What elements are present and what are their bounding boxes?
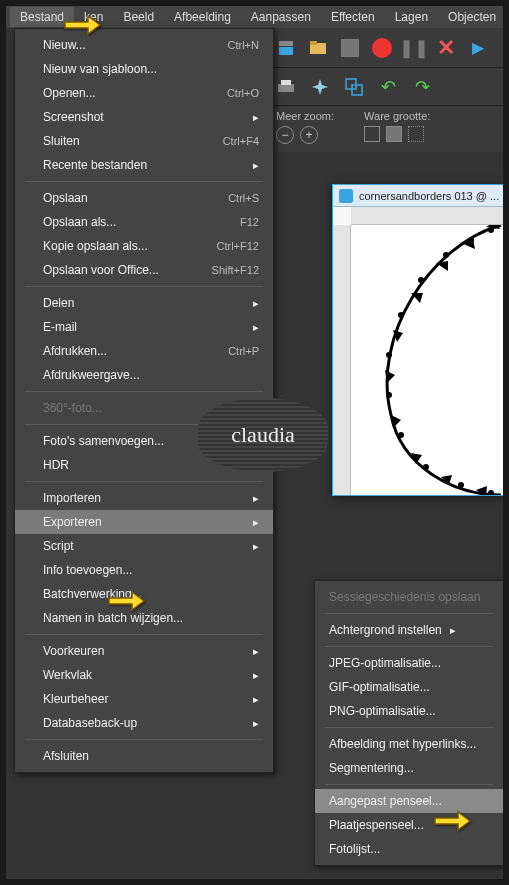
close-icon[interactable]: ✕	[434, 36, 458, 60]
toolbar-second: ↶ ↷	[268, 68, 503, 106]
separator	[25, 286, 263, 287]
svg-point-17	[423, 464, 429, 470]
svg-rect-5	[281, 80, 291, 85]
canvas-titlebar[interactable]: cornersandborders 013 @ ...	[333, 185, 509, 207]
rotate-left-icon[interactable]: ↶	[376, 75, 400, 99]
mi-script[interactable]: Script	[15, 534, 273, 558]
svg-point-14	[386, 352, 392, 358]
folder-icon[interactable]	[306, 36, 330, 60]
mi-info[interactable]: Info toevoegen...	[15, 558, 273, 582]
separator	[25, 634, 263, 635]
artboard[interactable]	[351, 225, 509, 495]
svg-point-12	[418, 277, 424, 283]
svg-point-15	[386, 392, 392, 398]
menu-aanpassen[interactable]: Aanpassen	[241, 7, 321, 27]
mi-color-mgmt[interactable]: Kleurbeheer	[15, 687, 273, 711]
toolbar-top: ❚❚ ✕ ▶	[268, 28, 503, 68]
menu-afbeelding[interactable]: Afbeelding	[164, 7, 241, 27]
smi-jpeg[interactable]: JPEG-optimalisatie...	[315, 651, 503, 675]
mi-export[interactable]: Exporteren	[15, 510, 273, 534]
smi-png[interactable]: PNG-optimalisatie...	[315, 699, 503, 723]
size-thumb-1-icon[interactable]	[364, 126, 380, 142]
more-zoom-label: Meer zoom:	[276, 110, 334, 122]
mi-copy-save[interactable]: Kopie opslaan als...Ctrl+F12	[15, 234, 273, 258]
separator	[325, 784, 493, 785]
smi-hyperlink[interactable]: Afbeelding met hyperlinks...	[315, 732, 503, 756]
zoom-in-button[interactable]: +	[300, 126, 318, 144]
smi-bg[interactable]: Achtergrond instellen	[315, 618, 503, 642]
zoom-out-button[interactable]: −	[276, 126, 294, 144]
svg-rect-4	[278, 84, 294, 92]
size-thumb-2-icon[interactable]	[386, 126, 402, 142]
ruler-horizontal	[351, 207, 509, 225]
svg-point-16	[398, 432, 404, 438]
svg-point-13	[398, 312, 404, 318]
ruler-vertical	[333, 225, 351, 495]
menu-effecten[interactable]: Effecten	[321, 7, 385, 27]
pointer-hand-icon	[432, 806, 472, 839]
menu-beeld[interactable]: Beeld	[113, 7, 164, 27]
watermark: claudia	[198, 398, 328, 472]
mi-save[interactable]: OpslaanCtrl+S	[15, 186, 273, 210]
mi-new-template[interactable]: Nieuw van sjabloon...	[15, 57, 273, 81]
separator	[325, 613, 493, 614]
auto-enhance-icon[interactable]	[308, 75, 332, 99]
mi-new[interactable]: Nieuw...Ctrl+N	[15, 33, 273, 57]
svg-marker-6	[312, 79, 328, 95]
pause-icon[interactable]: ❚❚	[402, 36, 426, 60]
svg-point-19	[488, 490, 494, 495]
mi-email[interactable]: E-mail	[15, 315, 273, 339]
record-icon[interactable]	[370, 36, 394, 60]
size-thumb-3-icon[interactable]	[408, 126, 424, 142]
svg-rect-3	[310, 41, 317, 45]
svg-point-18	[458, 482, 464, 488]
separator	[25, 181, 263, 182]
svg-rect-1	[279, 41, 293, 46]
mi-save-office[interactable]: Opslaan voor Office...Shift+F12	[15, 258, 273, 282]
smi-photo-list[interactable]: Fotolijst...	[315, 837, 503, 861]
separator	[25, 391, 263, 392]
stop-icon[interactable]	[338, 36, 362, 60]
mi-share[interactable]: Delen	[15, 291, 273, 315]
mi-print-preview[interactable]: Afdrukweergave...	[15, 363, 273, 387]
export-submenu: Sessiegeschiedenis opslaan Achtergrond i…	[314, 580, 504, 866]
resize-icon[interactable]	[342, 75, 366, 99]
separator	[25, 739, 263, 740]
mi-prefs[interactable]: Voorkeuren	[15, 639, 273, 663]
mi-workspace[interactable]: Werkvlak	[15, 663, 273, 687]
smi-custom-brush[interactable]: Aangepast penseel...	[315, 789, 503, 813]
svg-rect-7	[346, 79, 356, 89]
mi-save-as[interactable]: Opslaan als...F12	[15, 210, 273, 234]
home-icon[interactable]	[274, 36, 298, 60]
mi-import[interactable]: Importeren	[15, 486, 273, 510]
smi-gif[interactable]: GIF-optimalisatie...	[315, 675, 503, 699]
zoom-panel: Meer zoom: − + Ware grootte:	[268, 106, 503, 152]
menu-objecten[interactable]: Objecten	[438, 7, 506, 27]
smi-session: Sessiegeschiedenis opslaan	[315, 585, 503, 609]
svg-rect-8	[352, 85, 362, 95]
smi-plate-brush[interactable]: Plaatjespenseel...	[315, 813, 503, 837]
canvas-window: cornersandborders 013 @ ...	[332, 184, 509, 496]
mi-screenshot[interactable]: Screenshot	[15, 105, 273, 129]
separator	[325, 727, 493, 728]
menu-lagen[interactable]: Lagen	[385, 7, 438, 27]
smi-segment[interactable]: Segmentering...	[315, 756, 503, 780]
svg-rect-0	[279, 47, 293, 55]
mi-recent[interactable]: Recente bestanden	[15, 153, 273, 177]
separator	[325, 646, 493, 647]
pointer-hand-icon	[106, 586, 146, 619]
svg-point-11	[443, 252, 449, 258]
pointer-hand-icon	[62, 10, 102, 43]
canvas-title: cornersandborders 013 @ ...	[359, 190, 499, 202]
mi-close[interactable]: SluitenCtrl+F4	[15, 129, 273, 153]
border-artwork	[351, 225, 509, 495]
play-icon[interactable]: ▶	[466, 36, 490, 60]
rotate-right-icon[interactable]: ↷	[410, 75, 434, 99]
mi-print[interactable]: Afdrukken...Ctrl+P	[15, 339, 273, 363]
mi-db-backup[interactable]: Databaseback-up	[15, 711, 273, 735]
true-size-label: Ware grootte:	[364, 110, 430, 122]
mi-open[interactable]: Openen...Ctrl+O	[15, 81, 273, 105]
print-icon[interactable]	[274, 75, 298, 99]
mi-exit[interactable]: Afsluiten	[15, 744, 273, 768]
file-icon	[339, 189, 353, 203]
